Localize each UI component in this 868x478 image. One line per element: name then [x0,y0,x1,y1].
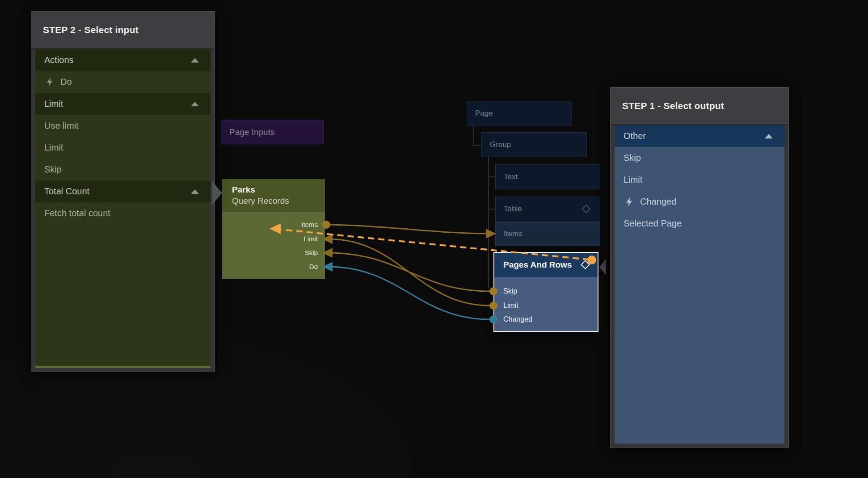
step1-option-changed[interactable]: Changed [615,191,784,213]
parks-node-header: Parks Query Records [222,179,325,212]
step1-option-limit[interactable]: Limit [615,169,784,191]
step2-option-limit-section[interactable]: Limit [35,93,211,115]
collapse-arrow-icon[interactable] [765,134,773,138]
collapse-arrow-icon[interactable] [191,58,199,63]
parks-query-node[interactable]: Parks Query Records Items Limit Skip Do [222,179,325,279]
connection-limit [328,239,490,306]
option-label: Do [60,77,72,87]
step2-option-skip[interactable]: Skip [35,159,211,180]
pages-and-rows-node[interactable]: Pages And Rows Skip Limit Changed [493,252,598,332]
step1-panel: STEP 1 - Select output Other Skip Limit … [610,87,789,448]
workflow-mapping-canvas: STEP 2 - Select input Actions Do Limit U… [0,0,868,478]
parks-port-items[interactable]: Items [301,220,318,229]
tree-node-label: Table [504,205,522,214]
tree-node-label: Text [504,172,518,181]
parks-port-limit[interactable]: Limit [303,235,318,243]
option-label: Selected Page [624,218,682,229]
option-label: Changed [640,197,676,207]
connection-skip [328,253,490,291]
option-label: Other [624,131,646,141]
connection-changed-do [328,267,490,319]
option-label: Limit [44,143,63,153]
step2-option-actions[interactable]: Actions [35,49,211,71]
diamond-icon [581,260,590,269]
connection-items [330,225,486,234]
pages-and-rows-header: Pages And Rows [494,253,598,277]
step1-panel-body: Other Skip Limit Changed Selected Page [615,125,784,444]
connection-items-arrowhead-icon [486,229,496,239]
tree-node-page[interactable]: Page [467,101,572,126]
option-label: Use limit [44,121,79,131]
pages-port-limit[interactable]: Limit [503,301,518,310]
tree-node-items[interactable]: Items [495,222,600,246]
tree-node-text[interactable]: Text [495,164,600,189]
tree-node-label: Items [504,230,522,239]
tree-node-group[interactable]: Group [481,132,587,157]
option-label: Limit [44,99,63,109]
parks-node-body: Items Limit Skip Do [222,212,325,279]
step2-panel: STEP 2 - Select input Actions Do Limit U… [31,11,215,372]
parks-node-title: Parks [232,184,325,195]
page-inputs-label: Page Inputs [229,127,274,137]
step1-panel-pointer [599,259,606,275]
collapse-arrow-icon[interactable] [191,102,199,106]
tree-line-page-group [474,126,481,146]
step2-option-fetch-total-count[interactable]: Fetch total count [35,202,211,224]
option-label: Limit [624,175,642,185]
step2-option-total-count[interactable]: Total Count [35,180,211,202]
option-label: Actions [44,55,74,65]
option-label: Total Count [44,186,89,197]
pages-port-changed[interactable]: Changed [503,315,532,324]
option-label: Skip [44,164,62,175]
step1-option-selected-page[interactable]: Selected Page [615,213,784,235]
option-label: Fetch total count [44,208,110,218]
tree-node-label: Group [490,140,511,149]
step1-panel-title: STEP 1 - Select output [622,101,724,111]
pages-and-rows-title: Pages And Rows [503,260,572,270]
tree-node-table[interactable]: Table [495,197,600,222]
step2-panel-title: STEP 2 - Select input [43,25,139,35]
step2-option-limit[interactable]: Limit [35,137,211,159]
parks-node-subtitle: Query Records [232,195,325,206]
parks-port-skip[interactable]: Skip [305,248,318,257]
lightning-icon [47,78,53,86]
step1-panel-header: STEP 1 - Select output [611,88,788,125]
tree-node-label: Page [475,109,493,118]
diamond-icon [582,205,590,213]
option-label: Skip [624,153,641,163]
lightning-icon [626,197,632,206]
step2-panel-body: Actions Do Limit Use limit Limit Skip [35,49,211,368]
step1-option-skip[interactable]: Skip [615,147,784,169]
step2-option-do[interactable]: Do [35,71,211,93]
page-inputs-node[interactable]: Page Inputs [221,120,324,144]
step1-option-other[interactable]: Other [615,125,784,147]
step2-option-use-limit[interactable]: Use limit [35,115,211,137]
parks-port-do[interactable]: Do [309,262,318,271]
collapse-arrow-icon[interactable] [191,189,199,194]
step2-panel-header: STEP 2 - Select input [31,12,215,49]
pages-port-skip[interactable]: Skip [503,287,517,296]
